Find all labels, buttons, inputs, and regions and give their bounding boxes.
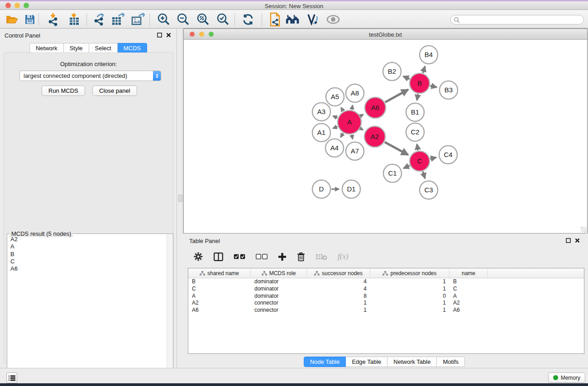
table-cell[interactable]: A2 [188, 300, 251, 307]
tab-edge-table[interactable]: Edge Table [346, 357, 387, 367]
table-cell[interactable]: dominator [251, 293, 307, 300]
criterion-select[interactable]: largest connected component (directed) [19, 71, 161, 81]
graph-edge-A-A2[interactable] [360, 129, 363, 130]
mcds-result-list[interactable]: A2ABCA6 [7, 236, 167, 383]
zoom-out-icon[interactable] [176, 13, 190, 26]
column-header-name[interactable]: name [449, 268, 488, 278]
graph-node-B3[interactable]: B3 [440, 81, 458, 99]
table-cell[interactable]: dominator [251, 286, 307, 293]
graph-node-C1[interactable]: C1 [383, 164, 402, 182]
table-cell[interactable]: 1 [307, 307, 370, 314]
search-field[interactable] [450, 15, 584, 24]
graph-node-A7[interactable]: A7 [346, 142, 364, 160]
table-cell[interactable]: connector [251, 307, 307, 314]
graph-edge-C-C4[interactable] [430, 157, 436, 159]
export-table-icon[interactable] [111, 13, 125, 26]
tab-motifs[interactable]: Motifs [437, 357, 465, 367]
graph-node-A3[interactable]: A3 [312, 103, 330, 121]
graph-node-C[interactable]: C [410, 151, 430, 171]
table-cell[interactable]: B [449, 278, 488, 286]
table-cell[interactable]: 4 [307, 278, 370, 286]
table-cell[interactable]: 4 [307, 286, 370, 293]
table-cell[interactable]: A [449, 293, 488, 300]
tab-network-table[interactable]: Network Table [387, 357, 437, 367]
deselect-all-icon[interactable] [256, 254, 268, 259]
float-panel-icon[interactable] [157, 33, 162, 38]
table-cell[interactable]: 1 [307, 300, 370, 307]
column-header-successor-nodes[interactable]: successor nodes [307, 268, 370, 278]
table-row[interactable]: Adominator80A [188, 293, 584, 300]
table-row[interactable]: A2connector11A2 [188, 300, 584, 307]
tab-network[interactable]: Network [29, 43, 64, 53]
mcds-result-scrollbar[interactable] [167, 234, 173, 384]
mcds-result-item[interactable]: A6 [7, 265, 167, 272]
export-network-icon[interactable] [92, 13, 106, 26]
search-input[interactable] [460, 17, 573, 23]
add-column-icon[interactable] [278, 253, 287, 261]
tab-node-table[interactable]: Node Table [304, 357, 346, 367]
table-row[interactable]: A6connector11A6 [188, 307, 584, 314]
graph-edge-B-B3[interactable] [430, 86, 436, 87]
select-all-icon[interactable] [234, 254, 245, 259]
graph-edge-A-A6[interactable] [360, 114, 363, 116]
graph-node-D1[interactable]: D1 [342, 180, 360, 198]
graph-node-A5[interactable]: A5 [326, 88, 344, 106]
delete-column-icon[interactable] [297, 252, 305, 262]
node-table[interactable]: shared nameMCDS rolesuccessor nodesprede… [188, 268, 584, 354]
export-image-icon[interactable] [131, 13, 145, 26]
close-panel-button[interactable]: Close panel [92, 86, 137, 96]
graph-node-C4[interactable]: C4 [439, 146, 457, 164]
graph-node-D[interactable]: D [312, 180, 330, 198]
mcds-result-item[interactable]: C [7, 258, 167, 265]
table-cell[interactable]: 1 [370, 300, 449, 307]
table-cell[interactable]: connector [251, 300, 307, 307]
table-cell[interactable]: B [188, 278, 251, 286]
column-header-MCDS-role[interactable]: MCDS role [251, 268, 307, 278]
tab-mcds[interactable]: MCDS [118, 43, 147, 53]
graph-node-C3[interactable]: C3 [420, 181, 438, 199]
gear-icon[interactable] [193, 252, 203, 262]
table-cell[interactable]: 8 [307, 293, 370, 300]
graph-edge-B-B4[interactable] [423, 67, 425, 73]
network-window-titlebar[interactable]: testGlobe.txt [184, 29, 587, 40]
table-cell[interactable]: A6 [449, 307, 488, 314]
graph-node-A8[interactable]: A8 [346, 84, 364, 102]
save-session-icon[interactable] [23, 13, 37, 26]
graph-edge-B-B1[interactable] [417, 94, 418, 100]
table-cell[interactable]: dominator [251, 278, 307, 286]
column-header-predecessor-nodes[interactable]: predecessor nodes [370, 268, 449, 278]
graph-node-A6[interactable]: A6 [365, 97, 386, 118]
graph-node-B1[interactable]: B1 [406, 103, 424, 121]
run-mcds-button[interactable]: Run MCDS [42, 86, 85, 96]
graph-node-B[interactable]: B [410, 73, 430, 93]
table-cell[interactable]: C [188, 286, 251, 293]
home-icon[interactable] [286, 13, 300, 26]
graph-edge-C-C3[interactable] [423, 172, 425, 178]
task-history-button[interactable] [6, 372, 17, 383]
graph-edge-A6-B[interactable] [385, 90, 408, 102]
graph-node-A1[interactable]: A1 [312, 124, 330, 142]
vizmapper-icon[interactable] [306, 13, 320, 26]
table-cell[interactable]: 1 [370, 307, 449, 314]
graph-edge-A-A5[interactable] [341, 107, 343, 111]
graph-edge-A-A3[interactable] [333, 116, 337, 118]
table-cell[interactable]: A [188, 293, 251, 300]
mcds-result-item[interactable]: B [7, 251, 167, 258]
close-panel-icon[interactable] [575, 238, 580, 243]
graph-node-A[interactable]: A [338, 110, 361, 134]
tab-select[interactable]: Select [89, 43, 118, 53]
memory-button[interactable]: Memory [548, 372, 585, 383]
zoom-in-icon[interactable] [156, 13, 171, 26]
import-network-icon[interactable] [47, 13, 61, 26]
network-graph-canvas[interactable]: B4 B2 B B3 A5 A8 A6 A3 B1 A A1 C2 A2 [184, 40, 587, 234]
column-header-shared-name[interactable]: shared name [188, 268, 251, 278]
table-row[interactable]: Cdominator41C [188, 286, 584, 293]
graph-node-B2[interactable]: B2 [383, 62, 401, 81]
close-panel-icon[interactable] [166, 33, 171, 38]
title-bar[interactable]: Session: New Session [0, 1, 588, 10]
graph-edge-A-A7[interactable] [352, 135, 353, 139]
open-session-icon[interactable] [5, 13, 19, 26]
table-cell[interactable]: A6 [188, 307, 251, 314]
float-panel-icon[interactable] [566, 238, 571, 243]
graph-node-A2[interactable]: A2 [364, 126, 385, 147]
